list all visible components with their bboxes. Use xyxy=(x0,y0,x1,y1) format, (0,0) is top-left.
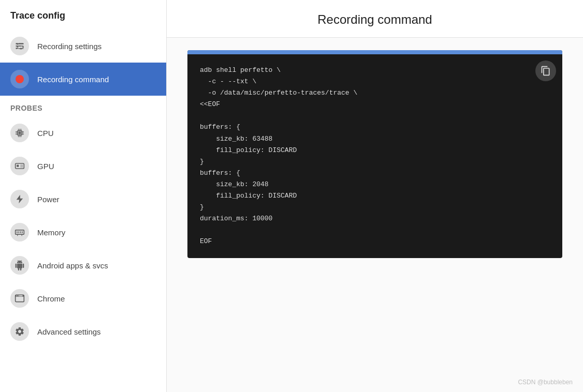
sidebar-item-gpu[interactable]: GPU xyxy=(0,149,166,183)
sidebar-item-android-apps[interactable]: Android apps & svcs xyxy=(0,249,166,282)
android-icon xyxy=(10,256,29,275)
sidebar-item-recording-command[interactable]: Recording command xyxy=(0,63,166,96)
code-header-bar xyxy=(187,50,562,54)
content-area: adb shell perfetto \ -c - --txt \ -o /da… xyxy=(167,38,583,392)
sidebar-item-chrome[interactable]: Chrome xyxy=(0,282,166,315)
svg-rect-5 xyxy=(19,46,24,47)
recording-command-label: Recording command xyxy=(37,75,109,84)
clipboard-icon xyxy=(541,66,551,76)
code-container: adb shell perfetto \ -c - --txt \ -o /da… xyxy=(187,50,562,258)
svg-point-7 xyxy=(17,46,18,47)
copy-button[interactable] xyxy=(535,61,556,81)
sidebar: Trace config Recording settings xyxy=(0,0,167,392)
svg-point-39 xyxy=(18,295,19,296)
power-label: Power xyxy=(37,195,60,204)
cpu-label: CPU xyxy=(37,129,54,138)
memory-icon xyxy=(10,223,29,242)
gpu-icon xyxy=(10,157,29,175)
sidebar-item-advanced-settings[interactable]: Advanced settings xyxy=(0,315,166,348)
code-body: adb shell perfetto \ -c - --txt \ -o /da… xyxy=(187,54,562,258)
sidebar-item-recording-settings[interactable]: Recording settings xyxy=(0,29,166,63)
chrome-label: Chrome xyxy=(37,294,65,303)
recording-settings-label: Recording settings xyxy=(37,42,101,51)
memory-label: Memory xyxy=(37,228,65,237)
svg-rect-24 xyxy=(17,165,19,167)
svg-rect-32 xyxy=(20,231,21,233)
svg-point-8 xyxy=(20,48,22,49)
sidebar-item-power[interactable]: Power xyxy=(0,183,166,216)
svg-rect-3 xyxy=(19,43,24,44)
power-icon xyxy=(10,190,29,208)
cpu-icon xyxy=(10,124,29,142)
svg-point-38 xyxy=(16,295,17,296)
red-dot xyxy=(16,75,24,83)
svg-rect-40 xyxy=(19,295,23,296)
page-title: Recording command xyxy=(187,12,562,27)
svg-rect-27 xyxy=(21,167,22,168)
android-apps-label: Android apps & svcs xyxy=(37,261,108,270)
page-title-bar: Recording command xyxy=(167,0,583,38)
svg-rect-28 xyxy=(22,167,23,168)
probes-section-label: Probes xyxy=(0,96,166,116)
sidebar-title: Trace config xyxy=(0,0,166,29)
sidebar-item-cpu[interactable]: CPU xyxy=(0,116,166,149)
svg-point-6 xyxy=(17,43,18,44)
svg-rect-30 xyxy=(17,231,18,233)
watermark: CSDN @bubbleben xyxy=(518,379,573,386)
svg-rect-10 xyxy=(19,132,21,134)
svg-rect-33 xyxy=(22,231,23,233)
main-content: Recording command adb shell perfetto \ -… xyxy=(167,0,583,392)
sidebar-item-memory[interactable]: Memory xyxy=(0,216,166,249)
code-text: adb shell perfetto \ -c - --txt \ -o /da… xyxy=(200,65,550,248)
svg-rect-31 xyxy=(19,231,20,233)
advanced-settings-label: Advanced settings xyxy=(37,327,101,336)
chrome-icon xyxy=(10,289,29,308)
advanced-settings-icon xyxy=(10,322,29,341)
svg-rect-0 xyxy=(16,48,18,49)
svg-rect-25 xyxy=(21,165,22,166)
recording-command-icon xyxy=(10,70,29,88)
recording-settings-icon xyxy=(10,37,29,55)
svg-rect-26 xyxy=(22,165,23,166)
gpu-label: GPU xyxy=(37,162,54,171)
